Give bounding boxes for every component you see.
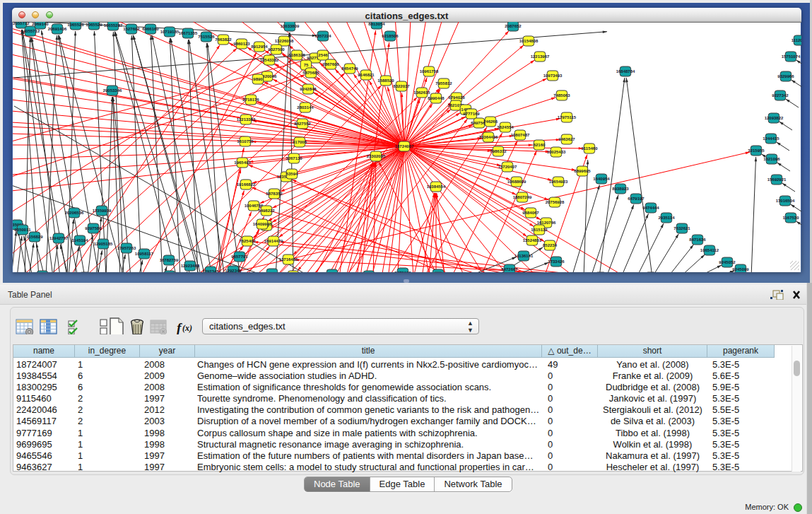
svg-text:19654923: 19654923 — [549, 180, 568, 184]
svg-text:9242848: 9242848 — [300, 87, 317, 91]
svg-text:8990448: 8990448 — [428, 96, 445, 100]
svg-text:16782759: 16782759 — [160, 258, 179, 262]
svg-text:2087652: 2087652 — [505, 24, 522, 28]
svg-text:2055712: 2055712 — [13, 22, 30, 25]
svg-text:8472667: 8472667 — [501, 267, 518, 271]
svg-text:3267130: 3267130 — [286, 156, 302, 160]
svg-text:10961758: 10961758 — [420, 69, 439, 74]
svg-text:9245099: 9245099 — [732, 267, 749, 271]
svg-text:5878352: 5878352 — [266, 192, 283, 196]
svg-text:1167530: 1167530 — [782, 216, 799, 220]
svg-text:16914479: 16914479 — [264, 239, 283, 243]
svg-text:9329966: 9329966 — [777, 74, 794, 78]
svg-text:10033809: 10033809 — [281, 24, 300, 28]
svg-text:8186328: 8186328 — [288, 53, 305, 57]
svg-text:13226058: 13226058 — [275, 39, 294, 43]
svg-text:1244415: 1244415 — [763, 136, 779, 141]
svg-text:1112064: 1112064 — [792, 38, 801, 42]
svg-text:12093822: 12093822 — [765, 116, 784, 120]
svg-text:3624554: 3624554 — [497, 125, 514, 129]
svg-text:9227342: 9227342 — [772, 93, 789, 98]
svg-text:13716485: 13716485 — [279, 257, 298, 262]
svg-text:9860123: 9860123 — [233, 42, 250, 46]
svg-text:7663822: 7663822 — [215, 37, 232, 42]
svg-text:1610755: 1610755 — [237, 139, 254, 144]
svg-text:2069140: 2069140 — [32, 22, 49, 26]
svg-text:17957263: 17957263 — [117, 246, 136, 250]
svg-text:1145194: 1145194 — [71, 238, 88, 243]
svg-text:1527602: 1527602 — [123, 27, 140, 31]
svg-text:2867608: 2867608 — [322, 62, 339, 66]
svg-text:8472663: 8472663 — [394, 271, 411, 272]
svg-text:9657792: 9657792 — [264, 271, 281, 272]
svg-text:10543382: 10543382 — [260, 58, 279, 62]
svg-text:7986372: 7986372 — [490, 149, 507, 153]
svg-text:53594: 53594 — [286, 172, 298, 176]
svg-text:16120746: 16120746 — [537, 221, 556, 225]
svg-text:6794028: 6794028 — [448, 95, 465, 100]
svg-text:18807249: 18807249 — [513, 195, 532, 199]
svg-text:9657791: 9657791 — [231, 255, 248, 259]
svg-text:10973493: 10973493 — [543, 74, 563, 78]
svg-text:7955812: 7955812 — [435, 81, 452, 86]
svg-text:9218506: 9218506 — [382, 34, 399, 38]
svg-text:9327500: 9327500 — [268, 47, 285, 52]
svg-text:8454749: 8454749 — [341, 66, 358, 71]
svg-text:14055712: 14055712 — [21, 29, 40, 33]
svg-text:3215955: 3215955 — [748, 148, 765, 153]
svg-text:1588520: 1588520 — [377, 78, 394, 83]
svg-text:7625402: 7625402 — [239, 239, 256, 243]
svg-text:6466160: 6466160 — [142, 27, 159, 31]
svg-text:18724007: 18724007 — [395, 144, 414, 148]
svg-text:9890: 9890 — [253, 77, 263, 81]
svg-text:16671355: 16671355 — [179, 31, 198, 35]
svg-text:1615132: 1615132 — [531, 228, 548, 232]
svg-text:19166822: 19166822 — [237, 182, 256, 187]
svg-text:10154808: 10154808 — [519, 39, 539, 43]
svg-text:417006: 417006 — [293, 140, 307, 144]
svg-text:20364436: 20364436 — [479, 135, 498, 139]
svg-text:15751074: 15751074 — [782, 54, 801, 59]
svg-text:15720407: 15720407 — [498, 165, 517, 169]
svg-text:12213383: 12213383 — [237, 117, 256, 122]
svg-text:7857224: 7857224 — [314, 34, 331, 38]
svg-text:1621096: 1621096 — [763, 157, 780, 161]
svg-text:75: 75 — [304, 63, 309, 67]
svg-text:17975115: 17975115 — [558, 115, 577, 119]
svg-text:19384554: 19384554 — [427, 185, 446, 189]
svg-text:8813054: 8813054 — [368, 22, 385, 26]
svg-text:5875685: 5875685 — [302, 71, 319, 75]
svg-text:12942757: 12942757 — [49, 236, 69, 240]
svg-text:15692921: 15692921 — [767, 177, 787, 182]
svg-text:14136141: 14136141 — [514, 254, 534, 258]
svg-text:20756928: 20756928 — [546, 200, 565, 204]
svg-text:f: f — [177, 320, 182, 334]
svg-text:1065529: 1065529 — [86, 23, 102, 27]
svg-text:10958117: 10958117 — [135, 252, 154, 256]
svg-text:13524851: 13524851 — [523, 238, 542, 243]
svg-text:10655287: 10655287 — [104, 23, 123, 28]
svg-text:8938923: 8938923 — [612, 187, 629, 191]
svg-text:1292345: 1292345 — [202, 269, 219, 272]
svg-text:9777169: 9777169 — [463, 112, 480, 116]
svg-text:10719185: 10719185 — [160, 30, 180, 34]
svg-text:9350011: 9350011 — [14, 228, 31, 232]
svg-text:8471636: 8471636 — [689, 238, 706, 242]
svg-text:852234: 852234 — [543, 243, 558, 247]
svg-text:20691406: 20691406 — [48, 27, 67, 31]
svg-text:12213967: 12213967 — [531, 54, 550, 59]
svg-text:1965493: 1965493 — [234, 160, 251, 165]
svg-text:9684067: 9684067 — [522, 211, 539, 215]
svg-text:1065528: 1065528 — [67, 23, 84, 27]
svg-text:7515526: 7515526 — [198, 35, 215, 39]
svg-text:9115460: 9115460 — [581, 146, 598, 151]
svg-text:6899695: 6899695 — [574, 169, 591, 173]
svg-text:62160: 62160 — [534, 143, 546, 147]
svg-text:7485063: 7485063 — [553, 93, 570, 98]
svg-text:17016504: 17016504 — [776, 199, 795, 203]
svg-text:23302035: 23302035 — [367, 154, 386, 158]
svg-text:10688609: 10688609 — [507, 180, 526, 184]
svg-text:6479197: 6479197 — [628, 197, 645, 201]
svg-text:9297586: 9297586 — [85, 226, 102, 230]
svg-text:17359939: 17359939 — [93, 209, 112, 213]
